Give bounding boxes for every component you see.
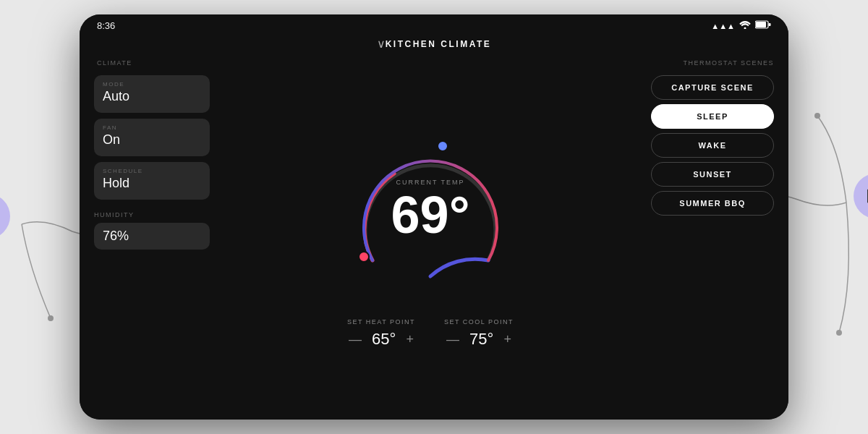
fan-value: On — [103, 132, 201, 148]
heat-increment-button[interactable]: + — [406, 332, 414, 347]
humidity-label: HUMIDITY — [94, 211, 210, 218]
svg-point-13 — [359, 252, 369, 262]
title-bar: ∨ KITCHEN CLIMATE — [80, 34, 788, 56]
cool-point: SET COOL POINT — 75° + — [444, 318, 514, 349]
temp-display: CURRENT TEMP 69° — [391, 179, 470, 241]
schedule-label: SCHEDULE — [103, 168, 201, 174]
mode-card[interactable]: MODE Auto — [94, 75, 210, 113]
thermostat-panel: CURRENT TEMP 69° SET HEAT POINT — 65° + — [210, 56, 651, 408]
scene-button-sleep[interactable]: SLEEP — [651, 104, 774, 129]
climate-section-label: CLIMATE — [94, 59, 210, 67]
scene-button-wake[interactable]: WAKE — [651, 133, 774, 158]
current-temp-value: 69° — [391, 189, 470, 241]
signal-icon: ▲▲▲ — [711, 22, 735, 30]
time-display: 8:36 — [97, 20, 115, 31]
heat-point-label: SET HEAT POINT — [347, 318, 415, 326]
scenes-section-label: THERMOSTAT SCENES — [651, 59, 774, 67]
scenes-panel: THERMOSTAT SCENES CAPTURE SCENESLEEPWAKE… — [651, 56, 774, 408]
scene-button-sunset[interactable]: SUNSET — [651, 162, 774, 187]
left-device-bubble[interactable]: ON — [0, 194, 10, 239]
svg-point-2 — [836, 330, 842, 336]
svg-rect-10 — [756, 22, 766, 27]
mode-label: MODE — [103, 81, 201, 88]
cool-increment-button[interactable]: + — [503, 332, 511, 347]
heat-point: SET HEAT POINT — 65° + — [347, 318, 415, 349]
heat-point-value: 65° — [372, 330, 396, 349]
current-temp-label: CURRENT TEMP — [391, 179, 470, 186]
tablet-device: 8:36 ▲▲▲ — [80, 14, 788, 420]
heat-decrement-button[interactable]: — — [349, 332, 362, 347]
battery-icon — [755, 20, 771, 31]
wifi-icon — [739, 20, 751, 31]
svg-rect-11 — [769, 23, 771, 26]
page-title: KITCHEN CLIMATE — [386, 39, 492, 49]
status-bar: 8:36 ▲▲▲ — [80, 14, 788, 34]
fan-label: FAN — [103, 124, 201, 131]
right-device-bubble[interactable] — [854, 174, 868, 218]
cool-point-value: 75° — [469, 330, 493, 349]
humidity-card: 76% — [94, 223, 210, 250]
chevron-down-icon[interactable]: ∨ — [377, 37, 386, 51]
cool-point-label: SET COOL POINT — [444, 318, 514, 326]
humidity-section: HUMIDITY 76% — [94, 211, 210, 250]
set-points-container: SET HEAT POINT — 65° + SET COOL POINT — — [347, 318, 514, 349]
schedule-card[interactable]: SCHEDULE Hold — [94, 162, 210, 200]
svg-point-12 — [438, 141, 448, 151]
thermostat-ring[interactable]: CURRENT TEMP 69° — [336, 116, 524, 304]
fan-card[interactable]: FAN On — [94, 119, 210, 156]
climate-panel: CLIMATE MODE Auto FAN On SCHEDULE Hold — [94, 56, 210, 408]
mode-value: Auto — [103, 89, 201, 104]
svg-point-0 — [48, 315, 54, 321]
scene-button-capture[interactable]: CAPTURE SCENE — [651, 75, 774, 100]
radiator-icon — [864, 184, 868, 208]
scenes-list: CAPTURE SCENESLEEPWAKESUNSETSUMMER BBQ — [651, 75, 774, 220]
schedule-value: Hold — [103, 176, 201, 191]
cool-decrement-button[interactable]: — — [446, 332, 459, 347]
scene-button-summer-bbq[interactable]: SUMMER BBQ — [651, 191, 774, 216]
humidity-value: 76% — [103, 229, 201, 244]
svg-point-1 — [814, 113, 820, 119]
